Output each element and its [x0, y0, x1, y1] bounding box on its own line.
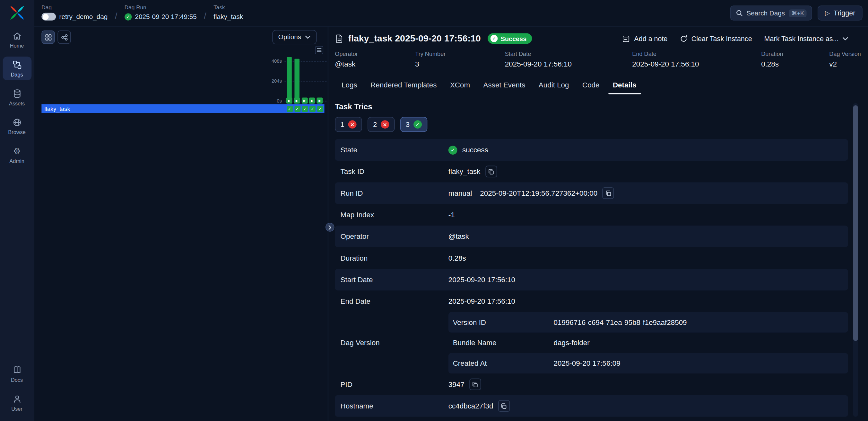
task-instance-square[interactable]: ✓	[287, 106, 293, 112]
airflow-logo[interactable]	[9, 4, 25, 21]
splitter-handle[interactable]	[326, 223, 335, 232]
scrollbar-thumb[interactable]	[853, 105, 858, 341]
sidebar-item-label: Home	[10, 43, 24, 49]
meta-value: 2025-09-20 17:56:10	[632, 60, 761, 68]
note-icon	[622, 35, 630, 43]
tab-audit-log[interactable]: Audit Log	[532, 77, 576, 94]
tab-asset-events[interactable]: Asset Events	[477, 77, 532, 94]
view-toggle	[41, 31, 71, 44]
detail-tabs: LogsRendered TemplatesXComAsset EventsAu…	[335, 77, 848, 94]
tab-details[interactable]: Details	[606, 77, 643, 94]
sidebar-item-admin[interactable]: ⚙Admin	[3, 143, 31, 167]
table-row-state: State✓success	[335, 139, 848, 161]
dag-run-state-square[interactable]: ▶	[309, 98, 315, 104]
value-text: 3947	[448, 380, 465, 389]
success-icon: ✓	[413, 120, 422, 129]
sidebar-item-label: Admin	[9, 158, 24, 164]
breadcrumb-dag-run: Dag Run ✓ 2025-09-20 17:49:55	[125, 0, 197, 26]
grid-icon	[44, 33, 52, 40]
row-value: 2025-09-20 17:56:10	[448, 275, 848, 284]
task-instance-square[interactable]: ✓	[294, 106, 301, 112]
task-instance-panel: flaky_task 2025-09-20 17:56:10 ✓ Success…	[332, 27, 868, 421]
assets-icon	[12, 89, 22, 99]
dag-run-state-square[interactable]: ▶	[286, 98, 292, 104]
nested-table: Version ID01996716-c694-71ea-95b8-f1e9aa…	[448, 312, 848, 373]
task-tries-heading: Task Tries	[335, 102, 848, 111]
table-row-task-id: Task IDflaky_task	[335, 161, 848, 182]
row-value: -1	[448, 210, 848, 219]
play-icon: ▷	[825, 9, 830, 17]
table-row-end-date: End Date2025-09-20 17:56:10	[335, 290, 848, 312]
dag-run-crumb-label: Dag Run	[125, 4, 197, 10]
grid-view-button[interactable]	[41, 31, 55, 44]
tab-logs[interactable]: Logs	[335, 77, 364, 94]
chevron-down-icon	[843, 37, 848, 40]
table-row-dag-version: Dag VersionVersion ID01996716-c694-71ea-…	[335, 312, 848, 373]
task-try-3-button[interactable]: 3✓	[400, 117, 427, 132]
meta-value: 0.28s	[761, 60, 829, 68]
tab-xcom[interactable]: XCom	[443, 77, 477, 94]
run-duration-bar[interactable]	[294, 59, 300, 101]
sidebar-item-label: Browse	[8, 129, 26, 135]
add-note-button[interactable]: Add a note	[622, 35, 668, 43]
home-icon	[12, 31, 22, 41]
sidebar-item-browse[interactable]: Browse	[3, 114, 31, 138]
task-instance-meta: Operator@taskTry Number3Start Date2025-0…	[335, 51, 848, 68]
grid-toolbar: Options	[34, 27, 328, 44]
sidebar-item-docs[interactable]: Docs	[3, 362, 31, 386]
list-lines-icon	[316, 48, 322, 53]
trigger-label: Trigger	[834, 9, 855, 17]
mark-task-instance-as-button[interactable]: Mark Task Instance as...	[764, 35, 848, 43]
row-value: cc4dbca27f3d	[448, 400, 848, 412]
panel-splitter[interactable]	[328, 27, 332, 421]
search-icon	[736, 9, 743, 17]
row-value: 0.28s	[448, 254, 848, 262]
sidebar-item-user[interactable]: User	[3, 391, 31, 415]
row-label: End Date	[335, 297, 448, 305]
row-value: 2025-09-20 17:56:10	[448, 297, 848, 305]
run-duration-bar[interactable]	[287, 57, 292, 101]
task-instance-square[interactable]: ✓	[309, 106, 315, 112]
value-text: 01996716-c694-71ea-95b8-f1e9aaf28509	[553, 318, 687, 327]
breadcrumb: Dag retry_demo_dag Dag Run ✓ 2025-09-20 …	[41, 0, 243, 26]
clear-task-instance-button[interactable]: Clear Task Instance	[680, 35, 752, 43]
graph-view-button[interactable]	[58, 31, 71, 44]
dag-run-success-icon: ✓	[125, 13, 132, 20]
copy-button[interactable]	[485, 166, 497, 177]
sidebar-item-assets[interactable]: Assets	[3, 85, 31, 109]
dag-run-link[interactable]: 2025-09-20 17:49:55	[135, 13, 197, 21]
dag-run-state-square[interactable]: ▶	[302, 98, 308, 104]
row-value: ✓success	[448, 146, 848, 155]
task-instance-square[interactable]: ✓	[302, 106, 308, 112]
sidebar-item-home[interactable]: Home	[3, 28, 31, 51]
tab-rendered-templates[interactable]: Rendered Templates	[364, 77, 443, 94]
chart-options-button[interactable]	[315, 46, 323, 54]
failed-icon: ×	[348, 120, 356, 129]
task-instance-square[interactable]: ✓	[317, 106, 323, 112]
copy-button[interactable]	[498, 400, 510, 412]
table-row-hostname: Hostnamecc4dbca27f3d	[335, 395, 848, 417]
copy-button[interactable]	[602, 187, 614, 199]
dag-run-state-square[interactable]: ▶	[317, 98, 323, 104]
task-tries: 1×2×3✓	[335, 117, 848, 132]
row-value: manual__2025-09-20T12:19:56.727362+00:00	[448, 187, 848, 199]
search-dags-button[interactable]: Search Dags ⌘+K	[730, 5, 812, 21]
dag-run-state-square[interactable]: ▶	[294, 98, 300, 104]
selected-task-row[interactable]: flaky_task ✓✓✓✓✓	[41, 104, 324, 113]
sidebar-item-dags[interactable]: Dags	[3, 57, 31, 80]
task-try-2-button[interactable]: 2×	[368, 117, 395, 132]
options-dropdown[interactable]: Options	[272, 30, 317, 44]
dag-pause-toggle[interactable]	[41, 13, 56, 21]
try-number: 2	[373, 120, 377, 128]
table-row-version-id: Version ID01996716-c694-71ea-95b8-f1e9aa…	[448, 312, 848, 333]
tab-code[interactable]: Code	[576, 77, 606, 94]
task-try-1-button[interactable]: 1×	[335, 117, 362, 132]
meta-duration: Duration0.28s	[761, 51, 829, 68]
copy-button[interactable]	[469, 378, 481, 390]
task-crumb-label: Task	[214, 4, 243, 10]
value-text: @task	[448, 232, 469, 241]
value-text: 2025-09-20 17:56:09	[553, 359, 620, 367]
dag-name-link[interactable]: retry_demo_dag	[59, 13, 108, 21]
dags-icon	[12, 60, 22, 70]
trigger-button[interactable]: ▷ Trigger	[818, 5, 863, 21]
